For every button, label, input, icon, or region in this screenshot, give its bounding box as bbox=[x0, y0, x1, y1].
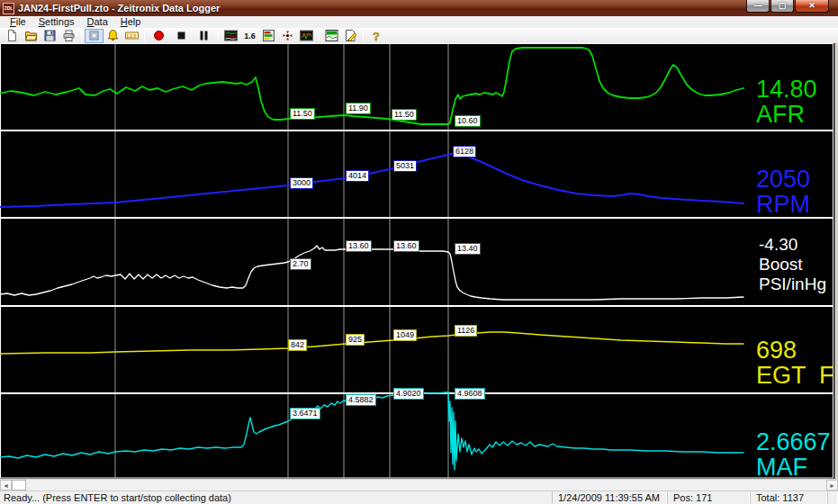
afr-cursor-value-label: 11.50 bbox=[392, 109, 417, 121]
chart-view-button[interactable] bbox=[221, 29, 240, 43]
chart-right-edge bbox=[834, 43, 838, 479]
egt-cursor-value-label: 842 bbox=[288, 339, 307, 351]
menu-data[interactable]: Data bbox=[81, 16, 114, 28]
status-bar: Ready... (Press ENTER to start/stop coll… bbox=[0, 490, 838, 504]
menu-file[interactable]: File bbox=[4, 16, 32, 28]
chart-traces-icon bbox=[224, 29, 238, 42]
trace-boost bbox=[0, 246, 743, 300]
trace-afr bbox=[0, 48, 743, 124]
help-button[interactable]: ? bbox=[366, 29, 385, 43]
rpm-cursor-value-label: 6128 bbox=[453, 146, 476, 158]
boost-cursor-value-label: 2.70 bbox=[290, 258, 311, 270]
boost-channel-label: Boost bbox=[759, 256, 803, 273]
afr-cursor-value-label: 11.50 bbox=[290, 108, 315, 120]
printer-icon bbox=[62, 29, 76, 42]
zeitronix-data-logger-window: { "window": { "title": "JAN24-FirstPull.… bbox=[0, 0, 838, 504]
menu-settings[interactable]: Settings bbox=[32, 16, 81, 28]
rpm-cursor-value-label: 4014 bbox=[346, 170, 369, 182]
scope-view-button[interactable] bbox=[297, 29, 316, 43]
status-blank-panel bbox=[827, 491, 838, 504]
status-position: Pos: 171 bbox=[667, 491, 750, 504]
center-trace-button[interactable] bbox=[278, 29, 297, 43]
scope-traces-icon bbox=[300, 29, 313, 42]
afr-channel-label: AFR bbox=[756, 103, 805, 127]
zoom-level-label: 1.6 bbox=[244, 32, 256, 40]
egt-current-value: 698 bbox=[756, 338, 797, 363]
display-square-icon bbox=[87, 29, 101, 42]
egt-channel-label: EGT F bbox=[756, 364, 834, 388]
scroll-left-arrow[interactable]: ◄ bbox=[0, 480, 12, 490]
log-view-button[interactable] bbox=[322, 29, 341, 43]
afr-cursor-value-label: 11.90 bbox=[346, 103, 371, 114]
print-button[interactable] bbox=[59, 29, 78, 43]
maf-cursor-value-label: 3.6471 bbox=[290, 408, 320, 419]
record-icon bbox=[152, 29, 166, 42]
ruler-123-icon: 1.2.3 bbox=[125, 29, 139, 42]
toolbar-separator bbox=[144, 30, 145, 41]
save-floppy-icon bbox=[43, 29, 57, 42]
trace-rpm bbox=[0, 153, 743, 207]
status-total: Total: 1137 bbox=[750, 491, 827, 504]
egt-cursor-value-label: 925 bbox=[346, 334, 365, 346]
open-folder-icon bbox=[24, 29, 38, 42]
pause-icon bbox=[197, 29, 211, 42]
window-title: JAN24-FirstPull.zto - Zeitronix Data Log… bbox=[18, 3, 220, 14]
record-button[interactable] bbox=[149, 29, 168, 43]
egt-cursor-value-label: 1126 bbox=[455, 325, 477, 337]
maf-cursor-value-label: 4.9608 bbox=[455, 388, 485, 400]
alarm-bell-icon bbox=[106, 29, 120, 42]
open-file-button[interactable] bbox=[22, 29, 41, 43]
title-bar[interactable]: ZDL JAN24-FirstPull.zto - Zeitronix Data… bbox=[0, 0, 838, 16]
maf-current-value: 2.6667 bbox=[756, 430, 831, 454]
rpm-channel-label: RPM bbox=[756, 193, 810, 217]
stop-button[interactable] bbox=[172, 29, 191, 43]
pause-button[interactable] bbox=[194, 29, 213, 43]
display-toggle-button[interactable] bbox=[85, 29, 104, 43]
boost-cursor-value-label: 13.60 bbox=[346, 240, 372, 252]
scope-chart bbox=[0, 43, 838, 479]
alarm-button[interactable] bbox=[104, 29, 122, 43]
close-button[interactable]: ✕ bbox=[795, 0, 829, 13]
new-file-button[interactable] bbox=[3, 29, 22, 43]
boost-unit-label: PSI/inHg bbox=[759, 275, 826, 292]
maf-cursor-value-label: 4.9020 bbox=[393, 388, 424, 400]
log-chart-icon bbox=[325, 29, 338, 42]
export-button[interactable] bbox=[341, 29, 360, 43]
rpm-current-value: 2050 bbox=[756, 167, 810, 192]
status-message: Ready... (Press ENTER to start/stop coll… bbox=[0, 491, 552, 504]
led-bars-icon bbox=[262, 29, 275, 42]
sample-marks-button[interactable]: 1.2.3 bbox=[122, 29, 141, 43]
svg-text:1.2.3: 1.2.3 bbox=[127, 34, 137, 39]
gauges-view-button[interactable] bbox=[259, 29, 278, 43]
stop-icon bbox=[175, 29, 188, 42]
chart-frame bbox=[1, 44, 833, 479]
help-icon: ? bbox=[369, 29, 383, 42]
save-button[interactable] bbox=[41, 29, 59, 43]
center-arrows-icon bbox=[281, 29, 294, 42]
maf-cursor-value-label: 4.5882 bbox=[346, 394, 376, 406]
rpm-cursor-value-label: 3000 bbox=[290, 177, 313, 189]
menu-help[interactable]: Help bbox=[114, 16, 148, 28]
maf-channel-label: MAF bbox=[756, 455, 807, 479]
boost-cursor-value-label: 13.40 bbox=[455, 243, 481, 255]
scrollbar-thumb[interactable] bbox=[12, 480, 26, 490]
minimize-button[interactable]: — bbox=[746, 0, 770, 13]
toolbar-separator bbox=[319, 30, 320, 41]
scroll-right-arrow[interactable]: ► bbox=[826, 480, 838, 490]
toolbar: 1.2.3 1.6 bbox=[0, 28, 838, 43]
afr-cursor-value-label: 10.60 bbox=[455, 115, 481, 127]
rpm-cursor-value-label: 5031 bbox=[393, 160, 417, 172]
window-controls: — ▢ ✕ bbox=[745, 0, 829, 13]
horizontal-scrollbar[interactable]: ◄ ► bbox=[0, 479, 838, 490]
maximize-button[interactable]: ▢ bbox=[770, 0, 794, 13]
egt-cursor-value-label: 1049 bbox=[393, 329, 417, 341]
svg-text:?: ? bbox=[373, 30, 380, 43]
status-datetime: 1/24/2009 11:39:55 AM bbox=[552, 491, 667, 504]
app-icon: ZDL bbox=[3, 3, 14, 14]
toolbar-separator bbox=[81, 30, 82, 41]
edit-export-icon bbox=[344, 29, 357, 42]
zoom-level-button[interactable]: 1.6 bbox=[240, 29, 259, 43]
afr-current-value: 14.80 bbox=[756, 77, 817, 102]
new-document-icon bbox=[5, 29, 19, 42]
chart-plot-area[interactable]: 11.5011.9011.5010.6030004014503161282.70… bbox=[0, 43, 838, 479]
